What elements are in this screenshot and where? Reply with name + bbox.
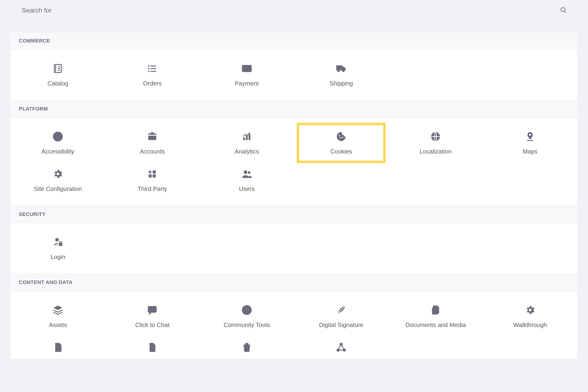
svg-point-32 (152, 309, 153, 310)
tile-walkthrough[interactable]: Walkthrough (483, 298, 577, 335)
section-header-commerce: COMMERCE (11, 32, 577, 50)
tile-label: Accounts (140, 148, 165, 155)
svg-rect-15 (246, 136, 248, 140)
tile-third-party[interactable]: Third Party (105, 162, 199, 199)
svg-point-26 (243, 170, 247, 174)
tile-accounts[interactable]: Accounts (105, 124, 199, 162)
svg-point-0 (561, 8, 565, 12)
layers-icon (52, 304, 64, 316)
tile-label: Site Configuration (34, 185, 82, 192)
tile-site-configuration[interactable]: Site Configuration (11, 162, 105, 199)
gear-icon (52, 168, 64, 180)
svg-rect-23 (153, 170, 156, 174)
tile-partial-1[interactable] (11, 335, 105, 359)
tile-analytics[interactable]: Analytics (200, 124, 294, 162)
tile-label: Cookies (330, 148, 352, 155)
tile-label: Accessibility (41, 148, 74, 155)
list-icon (146, 63, 158, 74)
tile-catalog[interactable]: Catalog (11, 56, 105, 94)
tile-shipping[interactable]: Shipping (294, 56, 388, 94)
feather-icon (335, 304, 347, 316)
svg-point-31 (151, 309, 152, 310)
tile-label: Digital Signature (319, 322, 364, 328)
tile-payment[interactable]: Payment (200, 56, 294, 94)
tile-orders[interactable]: Orders (105, 56, 199, 94)
svg-rect-6 (148, 71, 150, 72)
file-icon (146, 342, 158, 353)
tile-digital-signature[interactable]: Digital Signature (294, 298, 388, 335)
section-header-content: CONTENT AND DATA (11, 274, 577, 291)
chat-icon (146, 304, 158, 316)
tile-assets[interactable]: Assets (11, 298, 105, 335)
svg-point-13 (57, 134, 59, 136)
tile-accessibility[interactable]: Accessibility (11, 124, 105, 162)
tile-label: Analytics (235, 148, 259, 155)
section-header-platform: PLATFORM (11, 100, 577, 118)
svg-rect-29 (59, 243, 62, 246)
svg-point-36 (247, 310, 249, 311)
tile-click-to-chat[interactable]: Click to Chat (105, 298, 199, 335)
tile-documents-media[interactable]: Documents and Media (388, 298, 483, 335)
tile-label: Users (239, 185, 255, 192)
search-input[interactable] (21, 6, 560, 14)
trash-icon (241, 342, 253, 353)
tile-label: Community Tools (224, 322, 270, 328)
tile-label: Catalog (47, 80, 68, 87)
svg-rect-4 (148, 68, 150, 70)
svg-rect-16 (248, 134, 250, 140)
svg-rect-9 (242, 67, 251, 68)
apps-add-icon (146, 168, 158, 180)
svg-point-19 (342, 137, 343, 138)
accessibility-icon (52, 131, 64, 142)
map-pin-icon (524, 131, 536, 142)
svg-rect-7 (151, 71, 156, 72)
tile-label: Orders (143, 80, 162, 87)
tile-label: Maps (523, 148, 537, 155)
credit-card-icon (241, 63, 253, 74)
users-icon (241, 168, 253, 180)
tile-partial-3[interactable] (200, 335, 294, 359)
svg-point-35 (245, 308, 247, 310)
analytics-icon (241, 131, 253, 142)
briefcase-icon (146, 131, 158, 142)
tile-label: Payment (235, 80, 259, 87)
tile-label: Localization (420, 148, 452, 155)
share-icon (335, 342, 347, 353)
tile-partial-2[interactable] (105, 335, 199, 359)
tile-login[interactable]: Login (11, 230, 105, 267)
tile-label: Walkthrough (513, 322, 547, 328)
documents-icon (430, 304, 441, 316)
svg-rect-3 (151, 66, 156, 67)
section-header-security: SECURITY (11, 206, 577, 223)
tile-maps[interactable]: Maps (483, 124, 577, 162)
svg-point-10 (338, 70, 340, 72)
tile-localization[interactable]: Localization (388, 124, 483, 162)
tile-label: Third Party (138, 185, 167, 192)
document-icon (52, 342, 64, 353)
book-icon (52, 63, 64, 74)
svg-line-1 (564, 11, 566, 13)
svg-rect-24 (149, 174, 152, 178)
community-icon (241, 304, 253, 316)
svg-point-11 (343, 70, 345, 72)
svg-point-18 (340, 137, 341, 138)
svg-point-17 (339, 135, 340, 136)
svg-point-27 (248, 172, 250, 174)
tile-community-tools[interactable]: Community Tools (200, 298, 294, 335)
cookie-icon (335, 131, 347, 142)
globe-icon (430, 131, 441, 142)
search-icon[interactable] (560, 6, 567, 14)
svg-point-33 (153, 309, 154, 310)
tile-label: Documents and Media (405, 322, 466, 328)
svg-point-22 (57, 172, 59, 175)
gear-icon (524, 304, 536, 316)
tile-cookies[interactable]: Cookies (297, 123, 386, 163)
tile-partial-4[interactable] (294, 335, 388, 359)
svg-rect-5 (151, 68, 156, 69)
svg-point-21 (529, 134, 531, 136)
tile-label: Login (51, 253, 65, 260)
tile-users[interactable]: Users (200, 162, 294, 199)
tile-label: Shipping (330, 80, 353, 87)
search-bar[interactable] (14, 2, 574, 18)
svg-rect-2 (148, 66, 150, 67)
